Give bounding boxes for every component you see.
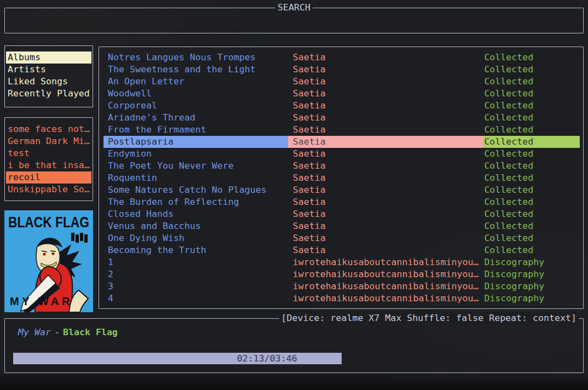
playlist-item[interactable]: test bbox=[6, 147, 91, 159]
table-row[interactable]: Endymion Saetia Collected bbox=[103, 148, 580, 160]
track-artist: Saetia bbox=[288, 184, 483, 196]
track-status: Collected bbox=[483, 100, 580, 112]
library-item[interactable]: Liked Songs bbox=[6, 76, 91, 88]
track-status: Collected bbox=[483, 232, 580, 244]
library-panel: AlbumsArtistsLiked SongsRecently Played bbox=[4, 45, 93, 107]
track-status: Collected bbox=[483, 51, 580, 64]
table-row[interactable]: The Burden of Reflecting Saetia Collecte… bbox=[103, 196, 580, 208]
search-panel: SEARCH bbox=[4, 8, 584, 33]
track-artist: Saetia bbox=[288, 172, 483, 184]
track-artist: Saetia bbox=[288, 51, 483, 64]
track-name: Endymion bbox=[103, 148, 288, 160]
track-artist: Saetia bbox=[288, 148, 483, 160]
album-art: BLACK FLAG bbox=[4, 210, 93, 312]
track-status: Discography bbox=[483, 256, 580, 268]
playlist-item-label: Unskippable So… bbox=[8, 184, 90, 194]
playlists-list: some faces not…German Dark Mi…testi be t… bbox=[6, 123, 91, 196]
track-status: Collected bbox=[483, 196, 580, 208]
track-name: The Burden of Reflecting bbox=[103, 196, 288, 208]
table-row[interactable]: Notres Langues Nous Trompes Saetia Colle… bbox=[103, 51, 580, 64]
table-row[interactable]: From the Firmament Saetia Collected bbox=[103, 124, 580, 136]
table-row[interactable]: Venus and Bacchus Saetia Collected bbox=[103, 220, 580, 232]
track-name: Corporeal bbox=[103, 100, 288, 112]
table-row[interactable]: Ariadne's Thread Saetia Collected bbox=[103, 112, 580, 124]
track-artist: iwrotehaikusaboutcannibalisminyou… bbox=[288, 268, 483, 280]
device-status-title: [Device: realme X7 Max Shuffle: false Re… bbox=[279, 312, 579, 324]
track-name: 4 bbox=[103, 292, 288, 305]
track-artist: Saetia bbox=[288, 64, 483, 76]
table-row[interactable]: Roquentin Saetia Collected bbox=[103, 172, 580, 184]
table-row[interactable]: The Sweetness and the Light Saetia Colle… bbox=[103, 64, 580, 76]
table-row[interactable]: 3 iwrotehaikusaboutcannibalisminyou… Dis… bbox=[103, 280, 580, 292]
library-item-label: Albums bbox=[8, 52, 41, 62]
track-artist: Saetia bbox=[288, 136, 483, 148]
track-artist: Saetia bbox=[288, 112, 483, 124]
track-name: Closed Hands bbox=[103, 208, 288, 220]
table-row[interactable]: 1 iwrotehaikusaboutcannibalisminyou… Dis… bbox=[103, 256, 580, 268]
playlist-item[interactable]: German Dark Mi… bbox=[6, 135, 91, 147]
track-artist: iwrotehaikusaboutcannibalisminyou… bbox=[288, 292, 483, 305]
track-artist: Saetia bbox=[288, 76, 483, 88]
track-artist: Saetia bbox=[288, 124, 483, 136]
library-item[interactable]: Albums bbox=[6, 51, 91, 64]
playlist-item[interactable]: recoil bbox=[6, 171, 91, 183]
playlist-item-label: test bbox=[8, 148, 30, 158]
results-table: Notres Langues Nous Trompes Saetia Colle… bbox=[103, 51, 580, 305]
table-row[interactable]: 2 iwrotehaikusaboutcannibalisminyou… Dis… bbox=[103, 268, 580, 280]
track-status: Collected bbox=[483, 220, 580, 232]
player-panel: [Device: realme X7 Max Shuffle: false Re… bbox=[4, 318, 584, 373]
track-status: Collected bbox=[483, 136, 580, 148]
track-artist: Saetia bbox=[288, 244, 483, 256]
now-playing-artist: Black Flag bbox=[63, 327, 118, 337]
library-item-label: Recently Played bbox=[8, 88, 90, 99]
table-row[interactable]: Woodwell Saetia Collected bbox=[103, 88, 580, 100]
track-name: 1 bbox=[103, 256, 288, 268]
playlist-item[interactable]: some faces not… bbox=[6, 123, 91, 135]
track-artist: Saetia bbox=[288, 88, 483, 100]
track-name: Notres Langues Nous Trompes bbox=[103, 51, 288, 64]
now-playing-track: My War bbox=[18, 327, 51, 337]
results-panel: Notres Langues Nous Trompes Saetia Colle… bbox=[99, 47, 584, 309]
track-artist: Saetia bbox=[288, 160, 483, 172]
terminal-music-app: SEARCH AlbumsArtistsLiked SongsRecently … bbox=[0, 0, 588, 390]
track-name: The Sweetness and the Light bbox=[103, 64, 288, 76]
track-name: Postlapsaria bbox=[103, 136, 288, 148]
playlist-item[interactable]: Unskippable So… bbox=[6, 183, 91, 196]
search-input[interactable] bbox=[10, 13, 578, 25]
table-row[interactable]: Becoming the Truth Saetia Collected bbox=[103, 244, 580, 256]
table-row[interactable]: Postlapsaria Saetia Collected bbox=[103, 136, 580, 148]
track-artist: iwrotehaikusaboutcannibalisminyou… bbox=[288, 280, 483, 292]
playlist-item[interactable]: i be that insa… bbox=[6, 159, 91, 171]
playlist-item-label: German Dark Mi… bbox=[8, 136, 90, 146]
table-row[interactable]: The Poet You Never Were Saetia Collected bbox=[103, 160, 580, 172]
track-name: Woodwell bbox=[103, 88, 288, 100]
playlists-panel: some faces not…German Dark Mi…testi be t… bbox=[4, 117, 93, 201]
table-row[interactable]: Corporeal Saetia Collected bbox=[103, 100, 580, 112]
track-name: An Open Letter bbox=[103, 76, 288, 88]
search-panel-title: SEARCH bbox=[275, 2, 313, 14]
playlist-item-label: recoil bbox=[8, 172, 41, 182]
track-status: Collected bbox=[483, 244, 580, 256]
library-item[interactable]: Artists bbox=[6, 64, 91, 76]
table-row[interactable]: One Dying Wish Saetia Collected bbox=[103, 232, 580, 244]
library-item-label: Artists bbox=[8, 64, 46, 74]
track-name: Some Natures Catch No Plagues bbox=[103, 184, 288, 196]
track-name: The Poet You Never Were bbox=[103, 160, 288, 172]
track-artist: Saetia bbox=[288, 232, 483, 244]
progress-time-label: 02:13/03:46 bbox=[237, 353, 297, 365]
table-row[interactable]: Closed Hands Saetia Collected bbox=[103, 208, 580, 220]
table-row[interactable]: An Open Letter Saetia Collected bbox=[103, 76, 580, 88]
table-row[interactable]: 4 iwrotehaikusaboutcannibalisminyou… Dis… bbox=[103, 292, 580, 305]
track-status: Collected bbox=[483, 184, 580, 196]
track-status: Collected bbox=[483, 172, 580, 184]
album-art-title-text: MY WAR bbox=[10, 295, 73, 307]
track-status: Discography bbox=[483, 292, 580, 305]
track-artist: Saetia bbox=[288, 196, 483, 208]
track-name: Becoming the Truth bbox=[103, 244, 288, 256]
track-name: 3 bbox=[103, 280, 288, 292]
table-row[interactable]: Some Natures Catch No Plagues Saetia Col… bbox=[103, 184, 580, 196]
library-list: AlbumsArtistsLiked SongsRecently Played bbox=[6, 51, 91, 100]
progress-bar: 02:13/03:46 bbox=[13, 353, 575, 364]
library-item[interactable]: Recently Played bbox=[6, 88, 91, 100]
track-name: From the Firmament bbox=[103, 124, 288, 136]
